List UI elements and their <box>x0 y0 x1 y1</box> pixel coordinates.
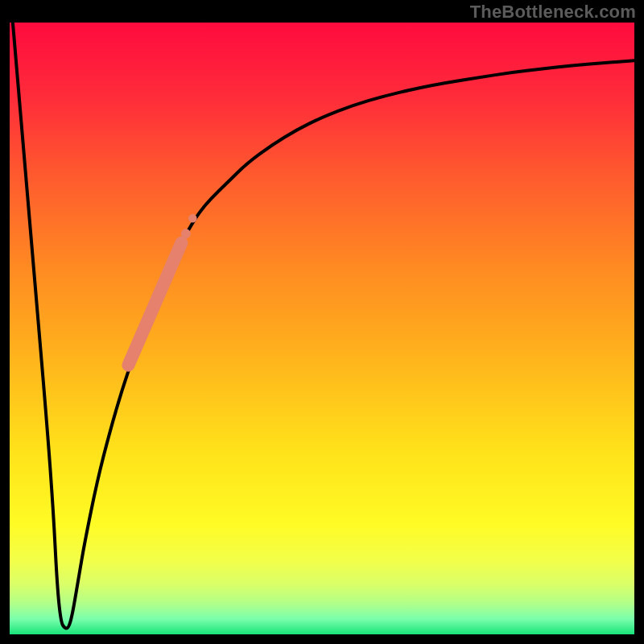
chart-stage: TheBottleneck.com <box>0 0 644 644</box>
plot-svg <box>10 23 634 634</box>
curve-highlight-dot <box>174 242 185 254</box>
curve-highlight-dot <box>188 214 196 222</box>
gradient-background <box>10 23 634 634</box>
curve-highlight-dot <box>181 229 191 238</box>
plot-area <box>10 23 634 634</box>
attribution-label: TheBottleneck.com <box>470 2 636 23</box>
